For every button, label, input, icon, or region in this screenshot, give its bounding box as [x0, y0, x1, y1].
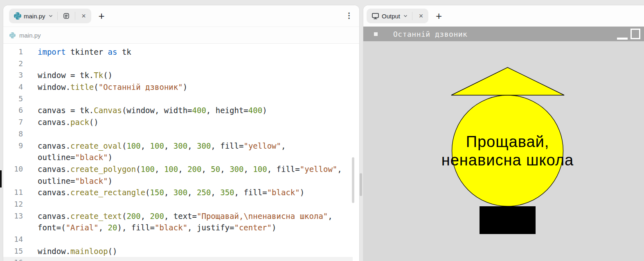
canvas-text-line2: ненависна школа: [441, 152, 574, 169]
code-text: import tkinter as tk: [38, 46, 131, 58]
code-line: 1import tkinter as tk: [3, 46, 359, 58]
monitor-icon: [372, 12, 379, 20]
bell-top-triangle: [451, 67, 564, 95]
line-number: 6: [3, 105, 23, 116]
line-number: [3, 175, 23, 187]
pane-menu-kebab-icon[interactable]: ⋮: [345, 11, 353, 20]
line-number: [3, 152, 23, 163]
sidebar-collapse-handle[interactable]: [0, 170, 2, 187]
chevron-down-icon[interactable]: [403, 13, 408, 19]
code-line: font=("Arial", 20), fill="black", justif…: [3, 222, 359, 234]
code-text: outline="black"): [38, 175, 113, 187]
tk-window-titlebar[interactable]: Останній дзвоник: [363, 27, 644, 41]
editor-pane: main.py × + ⋮ main.py 1import tkinter as…: [3, 5, 359, 261]
tab-output[interactable]: Output ×: [367, 9, 428, 23]
line-number: 11: [3, 187, 23, 199]
code-text: window.title("Останній дзвоник"): [38, 81, 187, 93]
bell-base-rectangle: [480, 206, 536, 234]
code-line: 14: [3, 234, 359, 245]
line-number: [3, 222, 23, 234]
tab-label: main.py: [24, 13, 45, 20]
close-tab-icon[interactable]: ×: [79, 11, 89, 21]
code-line: 7canvas.pack(): [3, 116, 359, 128]
editor-scrollbar-thumb[interactable]: [352, 157, 354, 203]
tk-window-icon: [374, 32, 378, 36]
close-tab-icon[interactable]: ×: [416, 11, 426, 21]
code-line: 4window.title("Останній дзвоник"): [3, 81, 359, 93]
code-lines: 1import tkinter as tk23window = tk.Tk()4…: [3, 46, 359, 261]
code-text: canvas.pack(): [38, 116, 99, 128]
code-text: window.mainloop(): [38, 245, 117, 257]
code-line: 11canvas.create_rectangle(150, 300, 250,…: [3, 187, 359, 199]
line-number: 5: [3, 93, 23, 105]
code-line: 3window = tk.Tk(): [3, 69, 359, 81]
code-line: 2: [3, 58, 359, 70]
line-number: 12: [3, 199, 23, 210]
code-text: canvas.create_rectangle(150, 300, 250, 3…: [38, 187, 304, 199]
tab-main-py[interactable]: main.py ×: [9, 9, 91, 23]
line-number: 13: [3, 210, 23, 222]
code-line: 13canvas.create_text(200, 200, text="Про…: [3, 210, 359, 222]
code-line: 15window.mainloop(): [3, 245, 359, 257]
tab-separator: [57, 12, 58, 20]
file-outline-icon[interactable]: [61, 11, 71, 21]
code-text: canvas.create_polygon(100, 100, 200, 50,…: [38, 163, 342, 175]
output-tabbar: Output × +: [363, 5, 644, 27]
line-number: 1: [3, 46, 23, 58]
code-line: 8: [3, 128, 359, 140]
line-number: 2: [3, 58, 23, 70]
line-number: 9: [3, 140, 23, 152]
code-text: font=("Arial", 20), fill="black", justif…: [38, 222, 276, 234]
code-line: outline="black"): [3, 175, 359, 187]
code-line: 9canvas.create_oval(100, 100, 300, 300, …: [3, 140, 359, 152]
code-editor[interactable]: 1import tkinter as tk23window = tk.Tk()4…: [3, 44, 359, 261]
code-line: 6canvas = tk.Canvas(window, width=400, h…: [3, 105, 359, 116]
output-pane: Output × + Останній дзвоник Прощавай, не…: [363, 5, 644, 261]
editor-tabbar: main.py × + ⋮: [3, 5, 359, 27]
code-line: 12: [3, 199, 359, 210]
code-text: outline="black"): [38, 152, 113, 163]
line-number: 14: [3, 234, 23, 245]
minimize-button[interactable]: [617, 38, 628, 40]
tk-window-title: Останній дзвоник: [393, 30, 467, 38]
line-number: 16: [3, 257, 23, 261]
tk-canvas: Прощавай, ненависна школа: [363, 41, 644, 261]
breadcrumb: main.py: [3, 27, 359, 44]
tab-label: Output: [382, 13, 400, 20]
code-text: canvas.create_oval(100, 100, 300, 300, f…: [38, 140, 286, 152]
bell-body-oval: [452, 95, 563, 206]
tab-separator: [412, 12, 412, 20]
code-line: 5: [3, 93, 359, 105]
chevron-down-icon[interactable]: [48, 13, 54, 19]
line-number: 10: [3, 163, 23, 175]
tab-separator: [75, 12, 75, 20]
pane-resize-handle[interactable]: [360, 173, 362, 196]
canvas-text-line1: Прощавай,: [466, 133, 549, 150]
code-text: window = tk.Tk(): [38, 69, 113, 81]
breadcrumb-filename: main.py: [19, 32, 41, 39]
new-tab-button[interactable]: +: [436, 11, 442, 21]
code-text: canvas = tk.Canvas(window, width=400, he…: [38, 105, 267, 116]
line-number: 7: [3, 116, 23, 128]
new-tab-button[interactable]: +: [99, 11, 105, 21]
line-number: 15: [3, 245, 23, 257]
code-line: outline="black"): [3, 152, 359, 163]
line-number: 4: [3, 81, 23, 93]
code-line: 16: [3, 257, 353, 261]
line-number: 3: [3, 69, 23, 81]
code-line: 10canvas.create_polygon(100, 100, 200, 5…: [3, 163, 359, 175]
python-icon: [14, 12, 21, 20]
line-number: 8: [3, 128, 23, 140]
code-text: canvas.create_text(200, 200, text="Проща…: [38, 210, 333, 222]
python-icon: [9, 32, 16, 38]
maximize-button[interactable]: [630, 29, 640, 39]
